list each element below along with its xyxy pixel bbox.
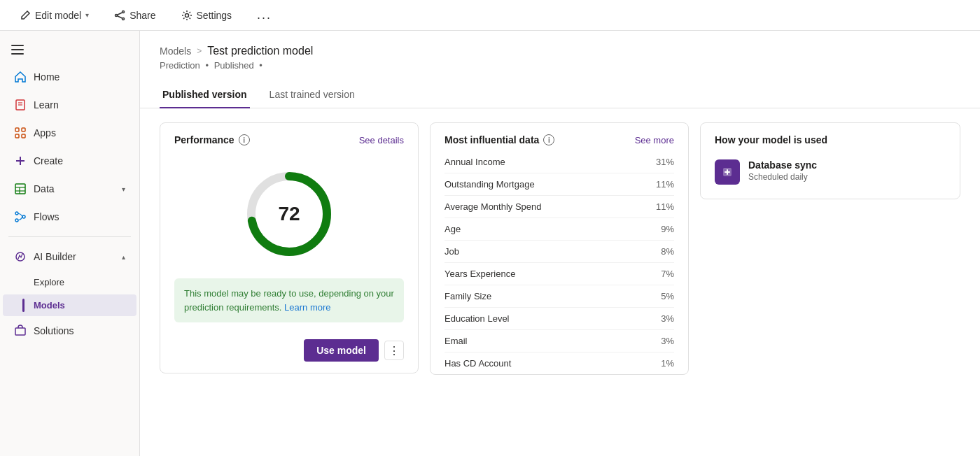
table-row: Outstanding Mortgage 11% <box>444 173 674 196</box>
sidebar-item-home[interactable]: Home <box>3 64 136 90</box>
aibuilder-chevron-icon: ▴ <box>122 253 125 261</box>
edit-model-button[interactable]: Edit model ▾ <box>14 6 94 25</box>
svg-rect-8 <box>11 53 24 55</box>
performance-card-actions: Use model ⋮ <box>160 334 418 373</box>
svg-point-0 <box>122 10 125 13</box>
usage-text: Database sync Scheduled daily <box>748 159 817 182</box>
donut-chart: 72 <box>240 165 338 263</box>
usage-card-title: How your model is used <box>715 134 827 145</box>
meta-sep1: • <box>205 60 209 71</box>
influential-card-header: Most influential data i See more <box>430 123 688 151</box>
tab-last-trained[interactable]: Last trained version <box>267 82 358 108</box>
svg-rect-13 <box>22 128 25 131</box>
book-icon <box>14 99 27 111</box>
table-row: Job 8% <box>444 241 674 263</box>
breadcrumb-current: Test prediction model <box>207 45 313 57</box>
svg-point-1 <box>115 14 118 16</box>
sidebar-item-data[interactable]: Data ▾ <box>3 176 136 202</box>
page-meta: Prediction • Published • <box>160 60 960 71</box>
settings-button[interactable]: Settings <box>176 6 238 25</box>
influential-data-table: Annual Income 31% Outstanding Mortgage 1… <box>430 151 688 374</box>
share-button[interactable]: Share <box>108 6 161 25</box>
influential-card: Most influential data i See more Annual … <box>430 122 689 375</box>
see-details-link[interactable]: See details <box>359 135 404 145</box>
sidebar-item-solutions[interactable]: Solutions <box>3 318 136 344</box>
svg-point-24 <box>15 219 18 222</box>
svg-line-3 <box>118 13 122 15</box>
performance-card: Performance i See details 72 <box>160 122 419 373</box>
sidebar-item-learn[interactable]: Learn <box>3 92 136 118</box>
svg-line-4 <box>118 15 122 17</box>
svg-rect-6 <box>11 45 24 46</box>
usage-item-name: Database sync <box>748 159 817 171</box>
performance-card-title: Performance i <box>174 134 250 145</box>
plus-icon <box>14 155 27 167</box>
performance-more-button[interactable]: ⋮ <box>384 341 404 360</box>
usage-card: How your model is used Database sync Sch… <box>700 122 960 199</box>
influential-info-icon[interactable]: i <box>543 134 554 145</box>
svg-point-23 <box>22 215 25 218</box>
main-layout: Home Learn Apps <box>0 31 980 456</box>
apps-icon <box>14 127 27 139</box>
svg-rect-7 <box>11 49 24 50</box>
svg-rect-18 <box>15 184 25 194</box>
tab-published[interactable]: Published version <box>160 82 250 108</box>
usage-item-sub: Scheduled daily <box>748 172 817 182</box>
learn-more-link[interactable]: Learn more <box>284 302 330 313</box>
svg-point-22 <box>15 212 18 215</box>
performance-card-header: Performance i See details <box>160 123 418 151</box>
table-row: Average Monthly Spend 11% <box>444 196 674 218</box>
hamburger-button[interactable] <box>0 36 139 63</box>
table-row: Years Experience 7% <box>444 263 674 285</box>
solutions-icon <box>14 325 27 337</box>
edit-chevron-icon: ▾ <box>85 11 89 19</box>
meta-status: Published <box>214 60 254 71</box>
influential-card-title: Most influential data i <box>444 134 554 145</box>
svg-rect-12 <box>15 128 19 131</box>
breadcrumb-separator: > <box>197 46 202 56</box>
ai-icon <box>14 250 27 263</box>
performance-info-icon[interactable]: i <box>239 134 250 145</box>
sidebar-sub-explore[interactable]: Explore <box>3 271 136 293</box>
meta-sep2: • <box>259 60 262 71</box>
see-more-link[interactable]: See more <box>635 135 674 145</box>
home-icon <box>14 71 27 83</box>
table-row: Email 3% <box>444 330 674 352</box>
database-sync-icon <box>715 159 740 185</box>
flow-icon <box>14 211 27 223</box>
sidebar-item-create[interactable]: Create <box>3 148 136 174</box>
sidebar: Home Learn Apps <box>0 31 140 456</box>
breadcrumb: Models > Test prediction model <box>160 45 960 57</box>
table-row: Age 9% <box>444 218 674 241</box>
breadcrumb-parent[interactable]: Models <box>160 45 191 57</box>
sidebar-item-apps[interactable]: Apps <box>3 120 136 146</box>
svg-point-5 <box>185 13 188 17</box>
table-row: Family Size 5% <box>444 285 674 308</box>
use-model-button[interactable]: Use model <box>304 339 379 362</box>
table-row: Annual Income 31% <box>444 151 674 173</box>
sidebar-item-flows[interactable]: Flows <box>3 204 136 230</box>
table-row: Education Level 3% <box>444 308 674 330</box>
svg-rect-15 <box>22 134 25 138</box>
data-chevron-icon: ▾ <box>122 185 125 193</box>
svg-point-2 <box>122 17 125 20</box>
meta-type: Prediction <box>160 60 200 71</box>
content-area: Models > Test prediction model Predictio… <box>140 31 980 456</box>
sidebar-sub-models[interactable]: Models <box>3 294 136 316</box>
sidebar-item-aibuilder[interactable]: AI Builder ▴ <box>3 243 136 270</box>
more-options-button[interactable]: ... <box>251 3 277 27</box>
performance-score: 72 <box>278 203 300 225</box>
svg-rect-14 <box>15 134 19 138</box>
page-header: Models > Test prediction model Predictio… <box>140 31 980 71</box>
usage-item: Database sync Scheduled daily <box>701 151 960 199</box>
cards-area: Performance i See details 72 <box>140 108 980 389</box>
svg-rect-26 <box>15 328 25 335</box>
topbar: Edit model ▾ Share Settings ... <box>0 0 980 31</box>
donut-chart-container: 72 <box>160 151 418 270</box>
table-icon <box>14 183 27 195</box>
usage-card-header: How your model is used <box>701 123 960 151</box>
table-row: Has CD Account 1% <box>444 352 674 374</box>
performance-info-box: This model may be ready to use, dependin… <box>174 278 404 322</box>
tabs-container: Published version Last trained version <box>140 82 980 108</box>
sidebar-divider <box>8 236 131 237</box>
